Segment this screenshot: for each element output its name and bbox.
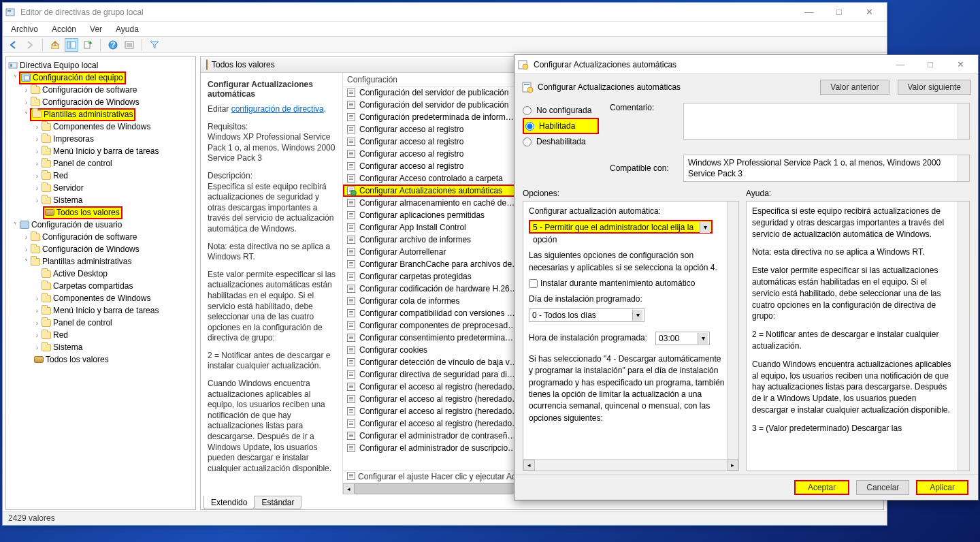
dialog-icon [517,59,529,71]
ok-button[interactable]: Aceptar [794,480,849,495]
selected-policy-title: Configurar Actualizaciones automáticas [208,80,338,99]
dialog-footer: Aceptar Cancelar Aplicar [514,474,978,500]
tree-item[interactable]: ›Sistema [7,341,194,353]
options-hscroll[interactable]: ◂▸ [523,459,738,471]
export-button[interactable] [81,38,95,52]
tree-item[interactable]: ›Menú Inicio y barra de tareas [7,145,194,157]
show-tree-button[interactable] [65,38,78,52]
tree-comp[interactable]: ˅Configuración del equipo [7,71,194,84]
tree-item[interactable]: ›Impresoras [7,133,194,145]
back-button[interactable] [7,38,20,52]
edit-policy-link[interactable]: configuración de directiva [231,104,324,114]
tree-user-all-values[interactable]: Todos los valores [7,353,194,366]
tree-item[interactable]: ›Componentes de Windows [7,292,194,304]
statusbar: 2429 valores [3,511,887,525]
gpo-title: Editor de directivas de grupo local [20,7,144,17]
radio-enabled[interactable]: Habilitada [523,118,599,134]
svg-rect-17 [524,84,529,85]
tree-item[interactable]: Carpetas compartidas [7,280,194,292]
svg-rect-4 [71,42,76,48]
minimize-button[interactable]: — [794,3,824,21]
dialog-title: Configurar Actualizaciones automáticas [534,60,676,69]
detail-header-title: Todos los valores [212,60,275,69]
comment-label: Comentario: [610,103,672,112]
tree-pane[interactable]: Directiva Equipo local ˅Configuración de… [5,56,196,510]
tree-item[interactable]: ›Panel de control [7,317,194,329]
tree-comp-windows[interactable]: ›Configuración de Windows [7,96,194,108]
close-button[interactable]: ✕ [854,3,884,21]
radio-disabled[interactable]: Deshabilitada [523,134,599,149]
svg-rect-1 [7,10,11,12]
menu-ver[interactable]: Ver [87,23,105,35]
opt-tail: Si has seleccionado "4 - Descargar autom… [529,353,725,424]
opt-day-label: Día de instalación programado: [529,293,725,305]
tree-item[interactable]: ›Componentes de Windows [7,121,194,133]
tree-item[interactable]: ›Sistema [7,194,194,206]
svg-text:?: ? [110,40,115,50]
tree-user-windows[interactable]: ›Configuración de Windows [7,243,194,255]
app-icon [5,7,16,18]
update-mode-dropdown[interactable]: 5 - Permitir que el administrador local … [529,220,713,234]
tree-root[interactable]: Directiva Equipo local [7,59,194,71]
tree-comp-templates[interactable]: ˅Plantillas administrativas [7,108,194,121]
svg-point-18 [527,87,533,93]
compat-label: Compatible con: [610,163,669,173]
tree-user-software[interactable]: ›Configuración de software [7,231,194,243]
chk-install-maintenance[interactable]: Instalar durante mantenimiento automátic… [529,278,725,289]
tab-estandar[interactable]: Estándar [254,496,301,509]
svg-rect-2 [52,46,59,49]
svg-point-15 [523,64,528,69]
dialog-minimize[interactable]: — [885,55,915,74]
state-radio-group: No configurada Habilitada Deshabilitada [523,103,599,149]
tree-item[interactable]: Active Desktop [7,268,194,280]
tree-item[interactable]: ›Menú Inicio y barra de tareas [7,304,194,317]
gpo-titlebar[interactable]: Editor de directivas de grupo local — □ … [3,3,887,22]
menu-archivo[interactable]: Archivo [8,23,41,35]
tree-item[interactable]: ›Red [7,170,194,182]
opt-config-label: Configurar actualización automática: [529,206,725,217]
tree-user-templates[interactable]: ˅Plantillas administrativas [7,255,194,268]
help-vscroll[interactable] [958,202,969,471]
options-box: Configurar actualización automática: 5 -… [523,201,739,471]
properties-button[interactable] [122,38,136,52]
filter-button[interactable] [148,38,161,52]
dialog-maximize[interactable]: □ [915,55,945,74]
help-button[interactable]: ? [106,38,120,52]
svg-rect-13 [10,64,12,67]
dialog-subtitle-row: Configurar Actualizaciones automáticas [521,81,812,93]
help-box: Especifica si este equipo recibirá actua… [746,201,970,471]
dialog-titlebar[interactable]: Configurar Actualizaciones automáticas —… [514,55,978,74]
options-label: Opciones: [523,189,739,198]
install-time-dropdown[interactable]: 03:00 [655,332,710,345]
tree-comp-software[interactable]: ›Configuración de software [7,84,194,96]
apply-button[interactable]: Aplicar [916,480,968,495]
toolbar: ? [3,37,887,53]
maximize-button[interactable]: □ [824,3,854,21]
up-level-button[interactable] [48,38,62,52]
description-column: Configurar Actualizaciones automáticas E… [201,73,342,494]
opt-time-label: Hora de instalación programada: [529,332,647,344]
compat-text: Windows XP Professional Service Pack 1 o… [683,155,970,182]
tree-item[interactable]: ›Servidor [7,182,194,194]
next-setting-button[interactable]: Valor siguiente [898,80,972,95]
tree-comp-all-values[interactable]: Todos los valores [7,206,194,219]
svg-rect-0 [6,9,14,16]
tree-user[interactable]: ˅Configuración de usuario [7,219,194,231]
cancel-button[interactable]: Cancelar [856,480,909,495]
radio-not-configured[interactable]: No configurada [523,103,599,118]
help-label: Ayuda: [746,189,970,198]
tab-extendido[interactable]: Extendido [203,496,255,509]
forward-button[interactable] [23,38,37,52]
prev-setting-button[interactable]: Valor anterior [820,80,889,95]
install-day-dropdown[interactable]: 0 - Todos los días [529,308,644,322]
svg-rect-12 [9,63,17,68]
policy-dialog: Configurar Actualizaciones automáticas —… [514,54,979,500]
tree-item[interactable]: ›Red [7,329,194,341]
menu-ayuda[interactable]: Ayuda [113,23,142,35]
comment-textarea[interactable] [683,103,970,140]
dialog-close[interactable]: ✕ [945,55,975,74]
tree-item[interactable]: ›Panel de control [7,157,194,170]
options-vscroll[interactable] [727,202,738,459]
menu-accion[interactable]: Acción [49,23,79,35]
dialog-subtitle: Configurar Actualizaciones automáticas [538,82,681,92]
